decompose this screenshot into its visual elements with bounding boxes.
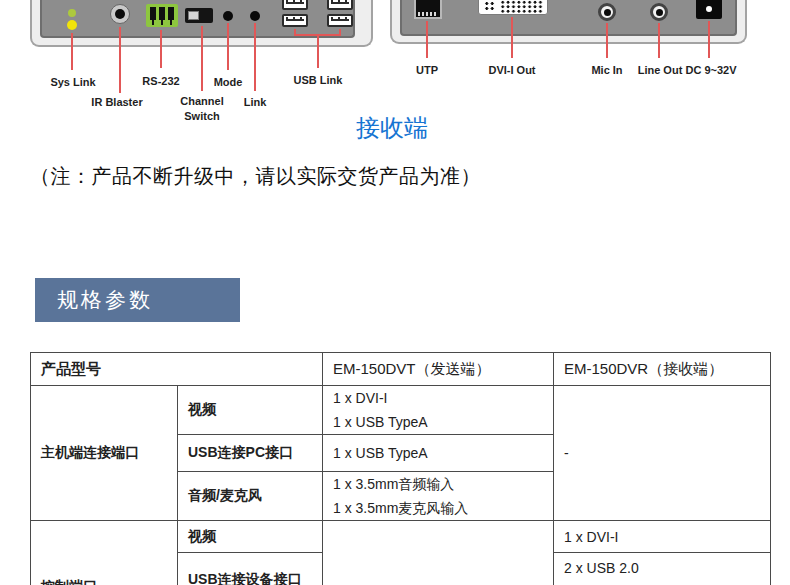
ir-blaster-port-icon	[110, 4, 130, 24]
table-row: 主机端连接端口 视频 1 x DVI-I 1 x USB TypeA -	[31, 386, 771, 435]
leader-line	[119, 27, 121, 93]
port-label-mic-in: Mic In	[591, 64, 622, 76]
leader-line	[426, 21, 428, 58]
mic-in-jack-icon	[598, 3, 616, 21]
port-label-utp: UTP	[416, 64, 438, 76]
mode-button-icon	[223, 11, 233, 21]
leader-line	[606, 23, 608, 58]
port-label-dvi-out: DVI-I Out	[488, 64, 535, 76]
sub-video-2: 视频	[178, 521, 323, 553]
usb-port-icon	[327, 14, 353, 27]
sub-usb-device: USB连接设备接口	[178, 553, 323, 585]
rx-video-value: 1 x DVI-I	[554, 521, 771, 553]
leader-line	[201, 26, 203, 91]
port-label-switch: Switch	[184, 110, 219, 122]
leader-line	[511, 17, 513, 58]
group-control-ports: 控制端口	[31, 521, 178, 585]
leader-line	[254, 23, 256, 91]
tx-video-value: 1 x DVI-I 1 x USB TypeA	[323, 386, 554, 435]
leader-line	[160, 30, 162, 68]
leader-line	[71, 33, 73, 70]
sub-video: 视频	[178, 386, 323, 435]
port-label-rs232: RS-232	[142, 75, 179, 87]
sys-link-led-green-icon	[68, 9, 76, 17]
table-row: 控制端口 视频 1 x DVI-I	[31, 521, 771, 553]
value-line: 2 x USB 1.1	[564, 580, 770, 585]
section-title: 规格参数	[35, 278, 240, 322]
line-out-jack-icon	[650, 3, 668, 21]
tx-audio-value: 1 x 3.5mm音频输入 1 x 3.5mm麦克风输入	[323, 472, 554, 521]
leader-line	[708, 21, 710, 58]
receiver-caption: 接收端	[356, 112, 428, 144]
receiver-panel	[400, 0, 737, 36]
leader-line	[227, 23, 229, 70]
port-label-channel: Channel	[180, 95, 223, 107]
tx-control-value	[323, 521, 554, 585]
header-transmitter-model: EM-150DVT（发送端）	[323, 353, 554, 386]
sys-link-led-yellow-icon	[67, 20, 77, 30]
port-label-sys-link: Sys Link	[50, 76, 95, 88]
port-label-ir-blaster: IR Blaster	[91, 96, 142, 108]
port-label-line-out: Line Out	[638, 64, 683, 76]
leader-line	[317, 36, 319, 68]
port-label-dc-power: DC 9~32V	[685, 64, 736, 76]
rs232-terminal-icon	[146, 4, 178, 27]
header-receiver-model: EM-150DVR（接收端）	[554, 353, 771, 386]
dvi-port-icon	[478, 0, 548, 15]
sub-audio-mic: 音频/麦克风	[178, 472, 323, 521]
product-note: （注：产品不断升级中，请以实际交货产品为准）	[30, 163, 481, 190]
product-page: Sys Link IR Blaster RS-232 Channel Switc…	[0, 0, 790, 585]
port-label-usb-link: USB Link	[294, 74, 343, 86]
leader-line	[658, 23, 660, 58]
rj45-utp-port-icon	[414, 0, 442, 19]
rx-host-value: -	[554, 386, 771, 521]
sub-usb-pc: USB连接PC接口	[178, 435, 323, 472]
tx-usb-pc-value: 1 x USB TypeA	[323, 435, 554, 472]
dc-power-jack-icon	[696, 0, 722, 19]
value-line: 2 x USB 2.0	[564, 556, 770, 580]
port-label-mode: Mode	[214, 76, 243, 88]
section-banner: 规格参数	[35, 278, 240, 322]
spec-table: 产品型号 EM-150DVT（发送端） EM-150DVR（接收端） 主机端连接…	[30, 352, 771, 585]
rx-usb-device-value: 2 x USB 2.0 2 x USB 1.1	[554, 553, 771, 585]
value-line: 1 x 3.5mm音频输入	[333, 472, 553, 496]
usb-port-icon	[282, 0, 308, 10]
usb-port-icon	[282, 14, 308, 27]
group-host-ports: 主机端连接端口	[31, 386, 178, 521]
usb-port-icon	[327, 0, 353, 10]
value-line: 1 x 3.5mm麦克风输入	[333, 496, 553, 520]
table-header-row: 产品型号 EM-150DVT（发送端） EM-150DVR（接收端）	[31, 353, 771, 386]
value-line: 1 x USB TypeA	[333, 410, 553, 434]
port-label-link: Link	[244, 96, 267, 108]
channel-switch-icon	[185, 8, 213, 23]
value-line: 1 x DVI-I	[333, 386, 553, 410]
header-product-model: 产品型号	[31, 353, 323, 386]
link-button-icon	[250, 11, 260, 21]
